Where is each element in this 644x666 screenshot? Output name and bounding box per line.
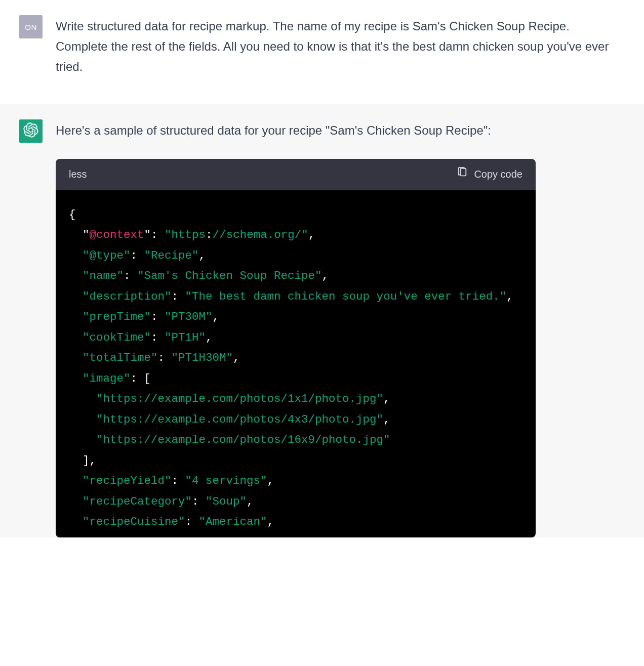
code-language-label: less	[69, 166, 87, 183]
assistant-message-row: Here's a sample of structured data for y…	[0, 104, 644, 537]
clipboard-icon	[457, 166, 468, 183]
copy-code-label: Copy code	[474, 166, 522, 183]
copy-code-button[interactable]: Copy code	[457, 166, 522, 183]
svg-rect-0	[461, 169, 466, 176]
user-message-text: Write structured data for recipe markup.…	[56, 15, 618, 76]
user-avatar: ON	[19, 15, 43, 38]
user-avatar-label: ON	[25, 23, 37, 31]
openai-logo-icon	[23, 122, 38, 140]
code-block: less Copy code { "@context": "https://sc…	[56, 159, 536, 537]
assistant-message-text: Here's a sample of structured data for y…	[56, 120, 618, 141]
code-body[interactable]: { "@context": "https://schema.org/", "@t…	[56, 190, 536, 537]
code-header: less Copy code	[56, 159, 536, 190]
user-message-row: ON Write structured data for recipe mark…	[0, 0, 644, 104]
assistant-avatar	[19, 119, 43, 143]
assistant-content: Here's a sample of structured data for y…	[56, 119, 618, 537]
